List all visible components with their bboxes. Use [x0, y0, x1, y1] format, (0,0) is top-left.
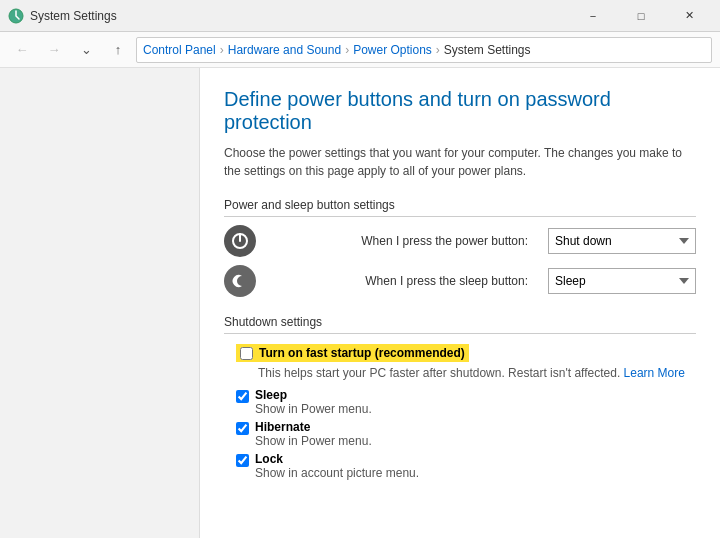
page-description: Choose the power settings that you want …	[224, 144, 696, 180]
hibernate-label-group: Hibernate Show in Power menu.	[255, 420, 372, 448]
main-panel: Define power buttons and turn on passwor…	[200, 68, 720, 538]
sleep-button-select[interactable]: Sleep Do nothing Hibernate Shut down	[548, 268, 696, 294]
fast-startup-label: Turn on fast startup (recommended)	[259, 346, 465, 360]
up-button[interactable]: ↑	[104, 36, 132, 64]
lock-label-group: Lock Show in account picture menu.	[255, 452, 419, 480]
breadcrumb-sep-1: ›	[220, 43, 224, 57]
breadcrumb-sep-2: ›	[345, 43, 349, 57]
sleep-sublabel: Show in Power menu.	[255, 402, 372, 416]
button-settings-label: Power and sleep button settings	[224, 198, 696, 217]
hibernate-checkbox-row: Hibernate Show in Power menu.	[236, 420, 696, 448]
button-settings: When I press the power button: Shut down…	[224, 225, 696, 297]
sleep-checkbox-row: Sleep Show in Power menu.	[236, 388, 696, 416]
lock-checkbox-row: Lock Show in account picture menu.	[236, 452, 696, 480]
sleep-icon	[224, 265, 256, 297]
content-area: Define power buttons and turn on passwor…	[0, 68, 720, 538]
title-bar-text: System Settings	[30, 9, 117, 23]
minimize-button[interactable]: −	[570, 0, 616, 32]
breadcrumb-control-panel[interactable]: Control Panel	[143, 43, 216, 57]
breadcrumb-hardware-sound[interactable]: Hardware and Sound	[228, 43, 341, 57]
title-bar: System Settings − □ ✕	[0, 0, 720, 32]
sleep-checkbox[interactable]	[236, 390, 249, 403]
sleep-label-group: Sleep Show in Power menu.	[255, 388, 372, 416]
fast-startup-highlight: Turn on fast startup (recommended)	[236, 344, 469, 362]
forward-button[interactable]: →	[40, 36, 68, 64]
fast-startup-row: Turn on fast startup (recommended) This …	[224, 344, 696, 380]
power-button-label: When I press the power button:	[268, 234, 536, 248]
power-button-row: When I press the power button: Shut down…	[224, 225, 696, 257]
sleep-label: Sleep	[255, 388, 372, 402]
close-button[interactable]: ✕	[666, 0, 712, 32]
power-icon	[224, 225, 256, 257]
sleep-button-label: When I press the sleep button:	[268, 274, 536, 288]
shutdown-settings-label: Shutdown settings	[224, 315, 696, 334]
breadcrumb: Control Panel › Hardware and Sound › Pow…	[136, 37, 712, 63]
back-button[interactable]: ←	[8, 36, 36, 64]
hibernate-checkbox[interactable]	[236, 422, 249, 435]
breadcrumb-sep-3: ›	[436, 43, 440, 57]
page-title: Define power buttons and turn on passwor…	[224, 88, 696, 134]
power-button-select[interactable]: Shut down Do nothing Sleep Hibernate Tur…	[548, 228, 696, 254]
left-panel	[0, 68, 200, 538]
window-controls: − □ ✕	[570, 0, 712, 32]
shutdown-section: Shutdown settings Turn on fast startup (…	[224, 315, 696, 480]
dropdown-button[interactable]: ⌄	[72, 36, 100, 64]
fast-startup-desc: This helps start your PC faster after sh…	[258, 366, 696, 380]
lock-checkbox[interactable]	[236, 454, 249, 467]
fast-startup-checkbox[interactable]	[240, 347, 253, 360]
hibernate-label: Hibernate	[255, 420, 372, 434]
maximize-button[interactable]: □	[618, 0, 664, 32]
nav-bar: ← → ⌄ ↑ Control Panel › Hardware and Sou…	[0, 32, 720, 68]
lock-label: Lock	[255, 452, 419, 466]
hibernate-sublabel: Show in Power menu.	[255, 434, 372, 448]
breadcrumb-current: System Settings	[444, 43, 531, 57]
sleep-button-row: When I press the sleep button: Sleep Do …	[224, 265, 696, 297]
breadcrumb-power-options[interactable]: Power Options	[353, 43, 432, 57]
app-icon	[8, 8, 24, 24]
learn-more-link[interactable]: Learn More	[624, 366, 685, 380]
lock-sublabel: Show in account picture menu.	[255, 466, 419, 480]
